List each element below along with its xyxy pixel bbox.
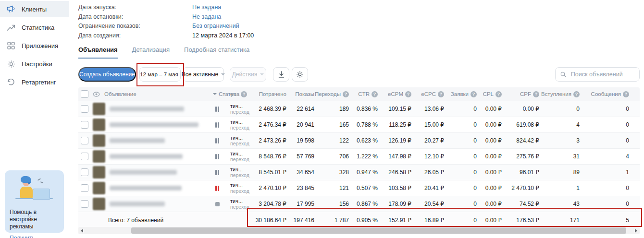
header-cell-status[interactable]: Статус xyxy=(208,91,226,97)
sidebar-item-retargeting[interactable]: Ретаргетинг xyxy=(0,74,69,90)
header-cell-price[interactable]: ена? xyxy=(226,91,255,97)
row-checkbox[interactable] xyxy=(81,200,88,208)
table-row[interactable]: тич...переход2 470.10 ₽23 8451210.507 %1… xyxy=(78,180,640,196)
header-cell-ad[interactable]: Объявление xyxy=(78,90,208,98)
visibility-eye-icon[interactable] xyxy=(93,92,100,97)
scroll-left-arrow-icon[interactable] xyxy=(81,229,83,233)
sidebar: КлиентыСтатистикаПриложенияНастройкиРета… xyxy=(0,0,69,238)
sidebar-item-label: Приложения xyxy=(22,42,58,49)
cell-value: 0 xyxy=(544,106,584,112)
table-settings-button[interactable] xyxy=(292,67,308,82)
help-icon[interactable]: ? xyxy=(495,91,502,97)
ad-cell xyxy=(78,166,208,178)
tab-2[interactable]: Подробная статистика xyxy=(184,46,249,59)
total-value: 0.00 ₽ xyxy=(482,217,507,224)
table-row[interactable]: тич...переход3 204.78 ₽17 9951560.867 %1… xyxy=(78,196,640,212)
status-pause-icon xyxy=(215,170,219,175)
cell-value: 0 xyxy=(449,185,482,191)
sidebar-item-clients[interactable]: Клиенты xyxy=(0,1,69,17)
help-icon[interactable]: ? xyxy=(623,91,629,97)
cell-value: 0 xyxy=(449,201,482,207)
cell-value: 20 941 xyxy=(291,121,319,128)
tab-0[interactable]: Объявления xyxy=(78,46,118,59)
header-cell-cpf[interactable]: CPF? xyxy=(507,91,544,97)
scroll-right-arrow-icon[interactable] xyxy=(635,229,637,233)
cell-value: 0.00 ₽ xyxy=(482,121,507,128)
row-checkbox[interactable] xyxy=(81,184,88,192)
row-checkbox[interactable] xyxy=(81,153,88,160)
header-cell-ecpm[interactable]: eCPM? xyxy=(383,91,416,97)
cell-value: 122 xyxy=(319,137,354,144)
gear-icon xyxy=(296,71,304,78)
row-checkbox[interactable] xyxy=(81,121,88,129)
cell-value: 8 545.01 ₽ xyxy=(255,169,291,176)
row-checkbox[interactable] xyxy=(81,105,88,113)
header-cell-cpl[interactable]: CPL? xyxy=(482,91,507,97)
search-input[interactable] xyxy=(570,71,634,78)
header-cell-потрачено[interactable]: Потрачено xyxy=(255,91,291,97)
main-content: Дата запуска:Не заданаДата остановки:Не … xyxy=(78,0,640,238)
detail-value[interactable]: Не задана xyxy=(192,3,221,12)
select-all-checkbox[interactable] xyxy=(81,90,88,98)
detail-row: Ограничение показов:Без ограничений xyxy=(78,22,254,31)
sidebar-item-settings[interactable]: Настройки xyxy=(0,56,69,72)
detail-row: Дата запуска:Не задана xyxy=(78,3,254,12)
help-icon[interactable]: ? xyxy=(533,91,539,97)
header-cell-вступления[interactable]: Вступления? xyxy=(544,91,584,97)
get-help-link[interactable]: Получить помощь › xyxy=(10,235,59,238)
table-row[interactable]: тич...переход8 545.01 ₽34 6543280.947 %2… xyxy=(78,165,640,180)
chevron-down-icon xyxy=(260,73,264,75)
detail-value[interactable]: Не задана xyxy=(192,12,221,22)
ads-table: ОбъявлениеСтатусена?ПотраченоПоказыПерех… xyxy=(78,87,640,228)
total-label: Всего: 7 объявлений xyxy=(78,217,255,224)
help-icon[interactable]: ? xyxy=(372,91,378,97)
cell-value: 0.947 % xyxy=(354,169,383,176)
help-card-text: Помощь в настройке рекламы xyxy=(10,209,59,230)
table-row[interactable]: тич...переход2 476.34 ₽20 9411650.788 %1… xyxy=(78,117,640,133)
cell-value: 1 xyxy=(584,169,640,176)
detail-label: Дата создания: xyxy=(78,31,192,41)
cell-value: 246.58 ₽ xyxy=(383,169,416,176)
price-model: переход xyxy=(230,204,255,210)
help-icon[interactable]: ? xyxy=(471,91,477,97)
export-download-button[interactable] xyxy=(273,67,289,82)
scrollbar-thumb[interactable] xyxy=(131,227,626,234)
date-range-picker[interactable]: 12 мар – 7 мая xyxy=(139,67,181,82)
cell-value: 2 470.10 ₽ xyxy=(507,185,544,191)
row-checkbox[interactable] xyxy=(81,168,88,176)
cell-value: 0.507 % xyxy=(354,185,383,191)
total-value: 152.91 ₽ xyxy=(383,217,416,224)
header-cell-заявки[interactable]: Заявки? xyxy=(449,91,482,97)
header-cell-ecpc[interactable]: eCPC? xyxy=(416,91,449,97)
ad-thumbnail xyxy=(93,198,105,210)
gear-icon xyxy=(6,60,16,68)
sidebar-item-statistics[interactable]: Статистика xyxy=(0,19,69,36)
tab-1[interactable]: Детализация xyxy=(132,46,170,59)
table-row[interactable]: тич...переход2 468.39 ₽22 6141890.836 %1… xyxy=(78,101,640,117)
help-icon[interactable]: ? xyxy=(573,91,580,97)
header-cell-переходы[interactable]: Переходы? xyxy=(319,91,354,97)
create-ad-button[interactable]: Создать объявление xyxy=(78,67,136,82)
horizontal-scrollbar[interactable] xyxy=(78,227,640,234)
row-checkbox[interactable] xyxy=(81,137,88,144)
price-model: переход xyxy=(230,141,255,146)
help-icon[interactable]: ? xyxy=(241,91,247,97)
help-icon[interactable]: ? xyxy=(438,91,444,97)
help-icon[interactable]: ? xyxy=(343,91,349,97)
header-cell-сообщения[interactable]: Сообщения? xyxy=(584,91,640,97)
header-cell-ctr[interactable]: CTR? xyxy=(354,91,383,97)
actions-dropdown-disabled[interactable]: Действия xyxy=(230,67,266,82)
cell-value: 2 470.10 ₽ xyxy=(255,185,291,191)
table-row[interactable]: тич...переход8 548.76 ₽57 7697061.222 %1… xyxy=(78,149,640,165)
status-filter-dropdown[interactable]: Все активные xyxy=(183,67,224,82)
cell-value: 3 204.78 ₽ xyxy=(255,201,291,207)
table-body: тич...переход2 468.39 ₽22 6141890.836 %1… xyxy=(78,101,640,212)
total-value: 197 416 xyxy=(291,217,319,224)
table-row[interactable]: тич...переход2 473.26 ₽19 5981220.623 %1… xyxy=(78,133,640,149)
cell-value: 1.222 % xyxy=(354,153,383,160)
header-label: CPF xyxy=(520,91,531,97)
sidebar-item-applications[interactable]: Приложения xyxy=(0,37,69,54)
help-icon[interactable]: ? xyxy=(405,91,411,97)
detail-value[interactable]: Без ограничений xyxy=(192,22,239,31)
ad-name-redacted xyxy=(110,138,165,143)
